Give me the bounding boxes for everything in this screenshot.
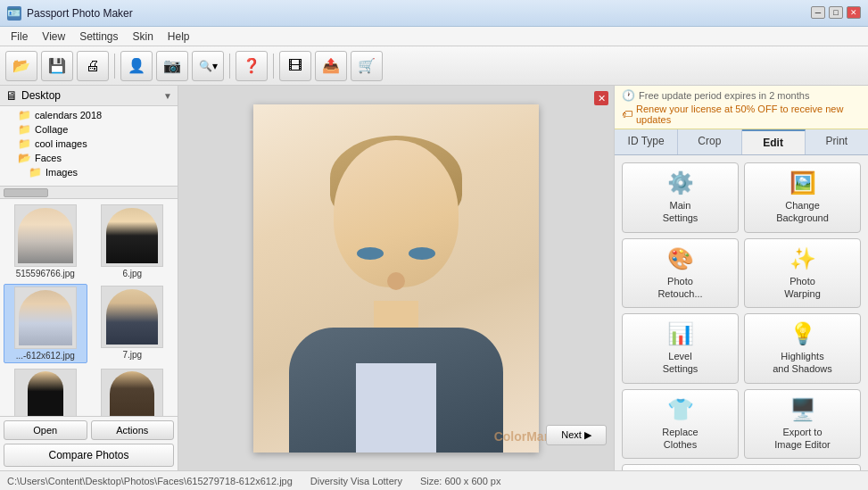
change-bg-icon: 🖼️ [789, 170, 816, 195]
shirt [356, 363, 436, 453]
photo-face [253, 104, 539, 453]
status-bar: C:\Users\Content\Desktop\Photos\Faces\61… [0, 470, 868, 490]
update-line2[interactable]: 🏷 Renew your license at 50% OFF to recei… [622, 104, 861, 125]
center-panel: ✕ ColorMango.com Next ▶ [178, 86, 614, 470]
thumbnail-image [14, 287, 77, 349]
compare-photos-button[interactable]: Compare Photos [4, 444, 174, 467]
actions-button[interactable]: Actions [91, 420, 175, 440]
update-line1: 🕐 Free update period expires in 2 months [622, 89, 861, 102]
minimize-button[interactable]: ─ [811, 6, 825, 19]
menu-skin[interactable]: Skin [126, 29, 161, 45]
toolbar-sep1 [114, 54, 115, 79]
export-image-editor-button[interactable]: 🖥️ Export toImage Editor [744, 389, 861, 460]
export-icon: 🖥️ [789, 397, 816, 422]
main-settings-button[interactable]: ⚙️ MainSettings [622, 162, 739, 233]
thumbnail-image [14, 204, 77, 267]
horizontal-scrollbar[interactable] [0, 187, 178, 199]
app-icon: 🪪 [7, 6, 21, 21]
highlights-shadows-button[interactable]: 💡 Highlightsand Shadows [744, 313, 861, 384]
next-button[interactable]: Next ▶ [546, 425, 607, 445]
tab-edit[interactable]: Edit [742, 129, 806, 154]
thumbnail-item[interactable]: 6.jpg [91, 203, 175, 280]
photo-retouch-label: PhotoRetouch... [657, 275, 702, 301]
face-head [334, 140, 459, 287]
clock-icon: 🕐 [622, 89, 635, 102]
toolbar-upload[interactable]: 📤 [315, 51, 347, 81]
gift-icon: 🏷 [622, 108, 632, 120]
thumbnail-item[interactable]: 9.jpg [91, 367, 175, 416]
thumbnail-item[interactable]: 515596766.jpg [4, 203, 87, 280]
level-settings-button[interactable]: 📊 LevelSettings [622, 313, 739, 384]
toolbar-cart[interactable]: 🛒 [351, 51, 383, 81]
folder-icon: 📁 [18, 137, 31, 150]
menu-help[interactable]: Help [161, 29, 197, 45]
status-path: C:\Users\Content\Desktop\Photos\Faces\61… [7, 476, 293, 486]
folder-header[interactable]: 🖥 Desktop ▼ [0, 86, 178, 106]
thumbnail-image [101, 286, 163, 348]
thumbnail-image [101, 204, 163, 267]
open-button[interactable]: Open [4, 420, 87, 440]
thumbnail-image [101, 369, 163, 416]
update-banner: 🕐 Free update period expires in 2 months… [615, 86, 868, 129]
scroll-thumb-horizontal[interactable] [4, 188, 48, 197]
folder-tree: 📁 calendars 2018 📁 Collage 📁 cool images… [0, 106, 178, 187]
tree-item-calendars[interactable]: 📁 calendars 2018 [0, 108, 178, 122]
thumbnail-item[interactable]: 7.jpg [91, 284, 175, 363]
photo-warping-button[interactable]: ✨ PhotoWarping [744, 238, 861, 309]
main-settings-label: MainSettings [663, 199, 699, 225]
edit-content: ⚙️ MainSettings 🖼️ ChangeBackground 🎨 Ph… [615, 155, 868, 470]
folder-dropdown-arrow[interactable]: ▼ [163, 91, 172, 101]
tree-item-coolimages[interactable]: 📁 cool images [0, 137, 178, 151]
desktop-folder-icon: 🖥 [5, 88, 18, 103]
restore-original-button[interactable]: 🔄 Restore Original [622, 464, 861, 470]
folder-open-icon: 📂 [18, 152, 31, 164]
toolbar-zoom[interactable]: 🔍▾ [192, 51, 224, 81]
status-size: Size: 600 x 600 px [420, 476, 501, 486]
tab-id-type[interactable]: ID Type [615, 129, 678, 154]
photo-retouch-icon: 🎨 [667, 246, 694, 271]
thumbnail-label: 7.jpg [122, 350, 142, 360]
eye-right [409, 247, 435, 260]
photo-close-button[interactable]: ✕ [594, 91, 608, 105]
folder-icon: 📁 [29, 166, 42, 179]
photo-retouch-button[interactable]: 🎨 PhotoRetouch... [622, 238, 739, 309]
menu-bar: File View Settings Skin Help [0, 27, 868, 46]
toolbar-sep2 [229, 54, 230, 79]
tabs-bar: ID Type Crop Edit Print [615, 129, 868, 155]
export-label: Export toImage Editor [774, 426, 830, 452]
thumbnail-item[interactable]: 8.jpg [4, 367, 87, 416]
tree-item-images[interactable]: 📁 Images [0, 165, 178, 179]
status-doc-type: Diversity Visa Lottery [310, 476, 402, 486]
close-button[interactable]: ✕ [847, 6, 861, 19]
toolbar-person[interactable]: 👤 [120, 51, 153, 81]
toolbar-print[interactable]: 🖨 [77, 51, 109, 81]
replace-clothes-button[interactable]: 👕 ReplaceClothes [622, 389, 739, 460]
bottom-buttons: Open Actions [0, 416, 178, 444]
toolbar-camera[interactable]: 📷 [156, 51, 188, 81]
menu-file[interactable]: File [4, 29, 35, 45]
suit [289, 328, 503, 453]
restore-button[interactable]: □ [829, 6, 843, 19]
tab-crop[interactable]: Crop [678, 129, 741, 154]
eye-left [357, 247, 384, 260]
photo-warping-label: PhotoWarping [784, 275, 821, 301]
right-panel: 🕐 Free update period expires in 2 months… [614, 86, 868, 470]
toolbar-open[interactable]: 📂 [5, 51, 37, 81]
title-bar: 🪪 Passport Photo Maker ─ □ ✕ [0, 0, 868, 27]
menu-view[interactable]: View [35, 29, 72, 45]
tree-item-faces[interactable]: 📂 Faces [0, 151, 178, 165]
menu-settings[interactable]: Settings [72, 29, 125, 45]
main-photo-display [253, 104, 539, 453]
toolbar-film[interactable]: 🎞 [279, 51, 311, 81]
tab-print[interactable]: Print [806, 129, 868, 154]
toolbar-help[interactable]: ❓ [236, 51, 268, 81]
change-background-button[interactable]: 🖼️ ChangeBackground [744, 162, 861, 233]
thumbnail-label: 6.jpg [122, 269, 142, 278]
toolbar-save[interactable]: 💾 [41, 51, 73, 81]
thumbnail-item-selected[interactable]: ...-612x612.jpg [4, 284, 87, 363]
level-settings-label: LevelSettings [663, 350, 699, 376]
toolbar-sep3 [273, 54, 274, 79]
tree-item-collage[interactable]: 📁 Collage [0, 122, 178, 137]
highlights-icon: 💡 [789, 321, 816, 346]
thumbnail-label: 515596766.jpg [16, 269, 75, 278]
